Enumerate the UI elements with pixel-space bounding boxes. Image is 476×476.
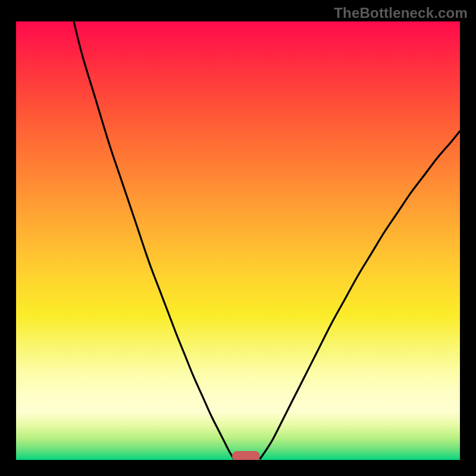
right-curve — [260, 131, 460, 459]
plot-area — [16, 21, 460, 460]
watermark-text: TheBottleneck.com — [334, 5, 468, 21]
curve-overlay — [16, 21, 460, 460]
bottleneck-marker — [232, 451, 261, 460]
chart-frame: TheBottleneck.com — [0, 0, 476, 476]
left-curve — [74, 21, 234, 459]
